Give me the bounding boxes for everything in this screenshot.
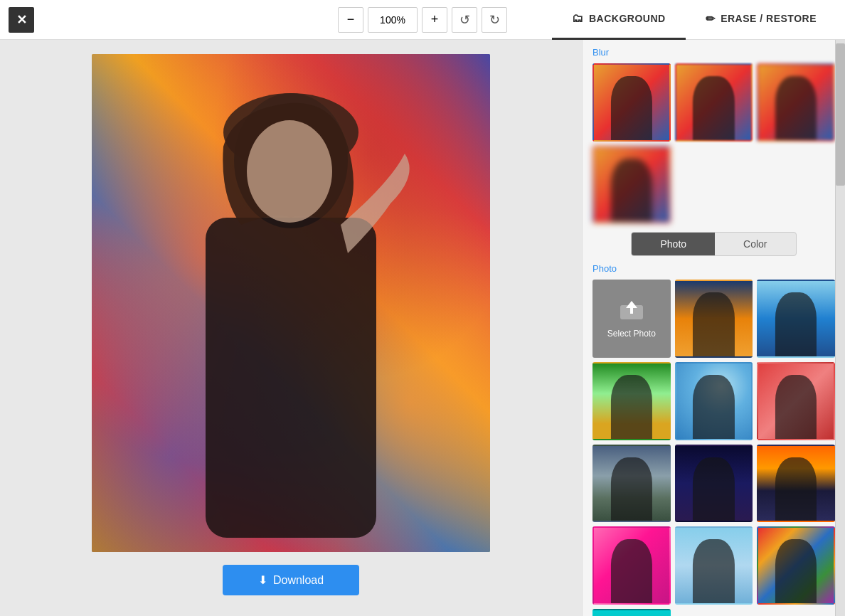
close-button[interactable]: ✕ xyxy=(9,7,34,33)
upload-icon xyxy=(620,299,643,324)
scrollbar-thumb[interactable] xyxy=(836,43,845,186)
select-photo-button[interactable]: Select Photo xyxy=(592,280,671,358)
download-label: Download xyxy=(273,574,324,587)
photo-item-sky[interactable] xyxy=(675,526,753,605)
tab-background[interactable]: 🗂 BACKGROUND xyxy=(552,0,686,40)
svg-marker-6 xyxy=(626,301,637,308)
photo-item-pink[interactable] xyxy=(592,526,671,605)
zoom-value: 100% xyxy=(380,14,405,26)
photo-item-night[interactable] xyxy=(675,445,753,523)
tab-erase-label: ERASE / RESTORE xyxy=(721,13,817,24)
toggle-row: Photo Color xyxy=(592,232,835,256)
panel-scroll[interactable]: Blur xyxy=(583,40,845,616)
layers-icon: 🗂 xyxy=(572,12,584,25)
toggle-photo-button[interactable]: Photo xyxy=(632,233,715,255)
right-panel: Blur xyxy=(582,40,845,616)
toggle-color-button[interactable]: Color xyxy=(715,233,795,255)
photo-item-teal[interactable] xyxy=(592,609,671,616)
photo-section-label: Photo xyxy=(592,263,835,274)
scrollbar-track[interactable] xyxy=(835,40,845,616)
zoom-in-button[interactable]: + xyxy=(422,7,447,33)
photo-item-colorful[interactable] xyxy=(757,526,835,605)
blur-item-strong[interactable] xyxy=(592,146,671,224)
toolbar: ✕ − 100% + ↺ ↻ 🗂 BACKGROUND ✏ ERASE / RE… xyxy=(0,0,845,40)
main-background xyxy=(92,54,490,552)
photo-item-mountain[interactable] xyxy=(592,445,671,523)
photo-item-city[interactable] xyxy=(757,445,835,523)
undo-button[interactable]: ↺ xyxy=(452,7,477,33)
tab-background-label: BACKGROUND xyxy=(589,13,666,24)
photo-item-tropical[interactable] xyxy=(592,362,671,440)
blur-section-label: Blur xyxy=(592,47,835,58)
tab-erase-restore[interactable]: ✏ ERASE / RESTORE xyxy=(686,0,836,40)
blur-item-original[interactable] xyxy=(592,63,671,142)
redo-button[interactable]: ↻ xyxy=(482,7,507,33)
photo-item-sunset[interactable] xyxy=(675,280,753,358)
blur-grid xyxy=(592,63,835,223)
main-content: ⬇ Download Blur xyxy=(0,40,845,616)
pencil-icon: ✏ xyxy=(706,12,716,26)
photo-item-red[interactable] xyxy=(757,362,835,440)
canvas-image xyxy=(92,54,490,552)
canvas-area: ⬇ Download xyxy=(0,40,582,616)
photo-item-bokeh[interactable] xyxy=(675,362,753,440)
download-button[interactable]: ⬇ Download xyxy=(223,565,359,595)
toggle-group: Photo Color xyxy=(631,232,796,256)
zoom-display: 100% xyxy=(368,7,418,33)
photo-grid: Select Photo xyxy=(592,280,835,616)
download-icon: ⬇ xyxy=(258,573,267,587)
download-area: ⬇ Download xyxy=(223,565,359,595)
zoom-out-button[interactable]: − xyxy=(338,7,363,33)
blur-item-medium[interactable] xyxy=(757,63,835,142)
select-photo-label: Select Photo xyxy=(607,329,656,339)
photo-item-sea[interactable] xyxy=(757,280,835,358)
blur-item-slight[interactable] xyxy=(675,63,753,142)
svg-rect-7 xyxy=(630,308,633,314)
